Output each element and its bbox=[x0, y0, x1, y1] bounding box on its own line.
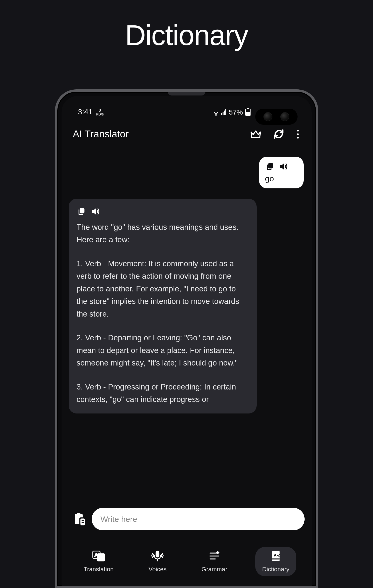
phone-speaker bbox=[168, 92, 205, 95]
user-message-text: go bbox=[265, 174, 298, 183]
phone-screen: 3:41 0 KB/s 57% AI Translator bbox=[61, 96, 312, 586]
ai-text-p3: 3. Verb - Progressing or Proceeding: In … bbox=[77, 380, 249, 406]
wifi-icon bbox=[213, 110, 219, 115]
translation-icon: A 文 bbox=[92, 550, 105, 562]
status-kbs: 0 KB/s bbox=[96, 109, 104, 116]
bottom-nav: A 文 Translation Voices bbox=[61, 540, 312, 586]
ai-message-bubble: The word "go" has various meanings and u… bbox=[69, 199, 257, 413]
message-input[interactable]: Write here bbox=[92, 508, 305, 530]
ai-text-intro: The word "go" has various meanings and u… bbox=[77, 221, 249, 246]
dictionary-icon: A-Z bbox=[269, 550, 282, 562]
nav-grammar[interactable]: Grammar bbox=[194, 547, 234, 576]
signal-icon bbox=[221, 109, 226, 115]
nav-dictionary[interactable]: A-Z Dictionary bbox=[255, 547, 297, 576]
svg-text:A-Z: A-Z bbox=[274, 553, 280, 557]
svg-rect-6 bbox=[81, 522, 84, 523]
camera-lens bbox=[280, 112, 289, 121]
nav-label: Voices bbox=[149, 566, 167, 573]
camera-lens bbox=[263, 112, 272, 121]
grammar-icon bbox=[208, 550, 221, 562]
svg-text:文: 文 bbox=[100, 555, 104, 560]
user-message-bubble: go bbox=[259, 157, 304, 189]
paste-icon[interactable] bbox=[72, 512, 86, 526]
svg-rect-16 bbox=[272, 558, 280, 559]
input-row: Write here bbox=[61, 503, 312, 540]
svg-point-0 bbox=[216, 116, 216, 116]
camera-cutout bbox=[255, 109, 298, 125]
battery-icon bbox=[245, 109, 251, 116]
nav-label: Dictionary bbox=[262, 566, 290, 573]
refresh-icon[interactable] bbox=[273, 128, 285, 140]
more-icon[interactable] bbox=[296, 130, 300, 138]
copy-icon[interactable] bbox=[265, 162, 274, 171]
ai-text-p1: 1. Verb - Movement: It is commonly used … bbox=[77, 257, 249, 320]
kbs-value: 0 bbox=[96, 109, 104, 112]
svg-rect-5 bbox=[81, 520, 84, 521]
battery-pct: 57% bbox=[229, 108, 243, 116]
svg-rect-1 bbox=[268, 163, 273, 168]
copy-icon[interactable] bbox=[77, 207, 86, 216]
status-time: 3:41 bbox=[78, 107, 93, 116]
chat-area: go The word "go" has various meanings an… bbox=[61, 147, 312, 503]
app-title: AI Translator bbox=[73, 128, 129, 140]
svg-rect-11 bbox=[156, 551, 159, 557]
voices-icon bbox=[151, 550, 164, 562]
nav-label: Translation bbox=[84, 566, 114, 573]
crown-icon[interactable] bbox=[250, 128, 262, 140]
nav-translation[interactable]: A 文 Translation bbox=[77, 547, 121, 576]
speaker-icon[interactable] bbox=[279, 162, 288, 171]
phone-frame: 3:41 0 KB/s 57% AI Translator bbox=[55, 89, 318, 588]
svg-rect-3 bbox=[77, 513, 81, 515]
page-title: Dictionary bbox=[125, 19, 248, 52]
svg-rect-4 bbox=[81, 519, 85, 525]
nav-voices[interactable]: Voices bbox=[141, 547, 174, 576]
nav-label: Grammar bbox=[202, 566, 227, 573]
ai-text-p2: 2. Verb - Departing or Leaving: "Go" can… bbox=[77, 331, 249, 369]
svg-rect-2 bbox=[80, 208, 84, 213]
kbs-unit: KB/s bbox=[96, 112, 104, 116]
input-placeholder: Write here bbox=[101, 514, 137, 524]
speaker-icon[interactable] bbox=[91, 207, 100, 216]
